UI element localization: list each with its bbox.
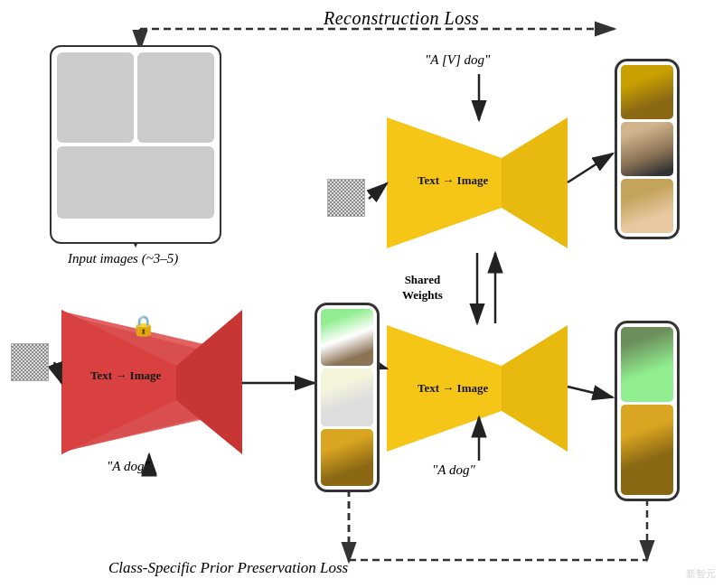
input-images-label: Input images (~3–5) bbox=[68, 251, 178, 266]
svg-line-19 bbox=[369, 183, 387, 199]
svg-marker-15 bbox=[502, 325, 568, 452]
input-image-2 bbox=[137, 52, 214, 143]
image-label-yellow-bottom: Image bbox=[457, 381, 489, 395]
phone-top-right bbox=[615, 59, 680, 239]
a-dog-bottom-left-label: "A dog" bbox=[107, 459, 150, 474]
phone-img-chow-c bbox=[621, 179, 673, 233]
reconstruction-loss-label: Reconstruction Loss bbox=[324, 8, 479, 29]
phone-img-dog-b bbox=[321, 369, 373, 425]
yellow-bottom-bowtie-label: Text → Image bbox=[418, 381, 488, 396]
diagram: Reconstruction Loss Input images (~3–5) … bbox=[0, 0, 723, 588]
red-bowtie-label: Text → Image bbox=[90, 369, 161, 383]
input-images-box bbox=[50, 45, 221, 244]
shared-weights-label: SharedWeights bbox=[402, 273, 443, 303]
phone-img-chow-b bbox=[621, 122, 673, 176]
yellow-top-bowtie-label: Text → Image bbox=[418, 173, 488, 188]
phone-img-bdog-a bbox=[621, 327, 673, 402]
phone-bottom-right bbox=[615, 321, 680, 501]
svg-line-24 bbox=[568, 387, 613, 397]
image-label-yellow-top: Image bbox=[457, 173, 489, 187]
svg-line-18 bbox=[54, 362, 61, 383]
input-image-3 bbox=[57, 146, 214, 219]
phone-img-dog-c bbox=[321, 429, 373, 486]
text-label-red: Text bbox=[90, 369, 112, 382]
text-label-yellow-bottom: Text bbox=[418, 381, 439, 395]
phone-img-bdog-b bbox=[621, 405, 673, 495]
noise-box-left bbox=[11, 343, 49, 381]
lock-icon: 🔒 bbox=[131, 314, 155, 338]
svg-marker-13 bbox=[502, 117, 568, 248]
input-image-1 bbox=[57, 52, 134, 143]
noise-box-middle-top bbox=[327, 179, 365, 217]
image-label-red: Image bbox=[130, 369, 162, 382]
class-specific-loss-label: Class-Specific Prior Preservation Loss bbox=[108, 559, 348, 577]
a-dog-bottom-right-label: "A dog" bbox=[432, 462, 475, 478]
phone-img-dog-a bbox=[321, 309, 373, 366]
svg-line-22 bbox=[568, 154, 613, 182]
watermark: 新智元 bbox=[686, 567, 716, 581]
svg-marker-11 bbox=[176, 310, 242, 454]
a-v-dog-label: "A [V] dog" bbox=[425, 52, 490, 68]
phone-img-chow-a bbox=[621, 65, 673, 119]
phone-middle bbox=[315, 303, 380, 492]
arrow-label-red: → bbox=[115, 369, 129, 382]
text-label-yellow-top: Text bbox=[418, 173, 439, 187]
